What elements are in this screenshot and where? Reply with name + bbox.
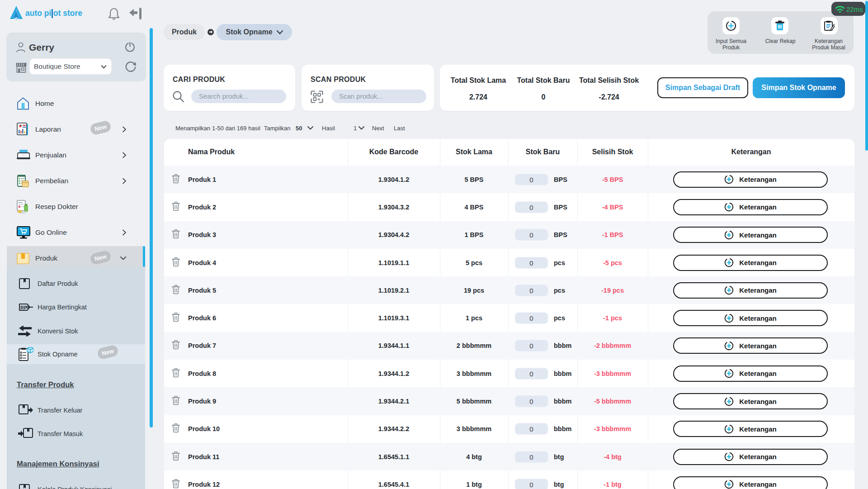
svg-text:RP: RP [20, 305, 27, 310]
